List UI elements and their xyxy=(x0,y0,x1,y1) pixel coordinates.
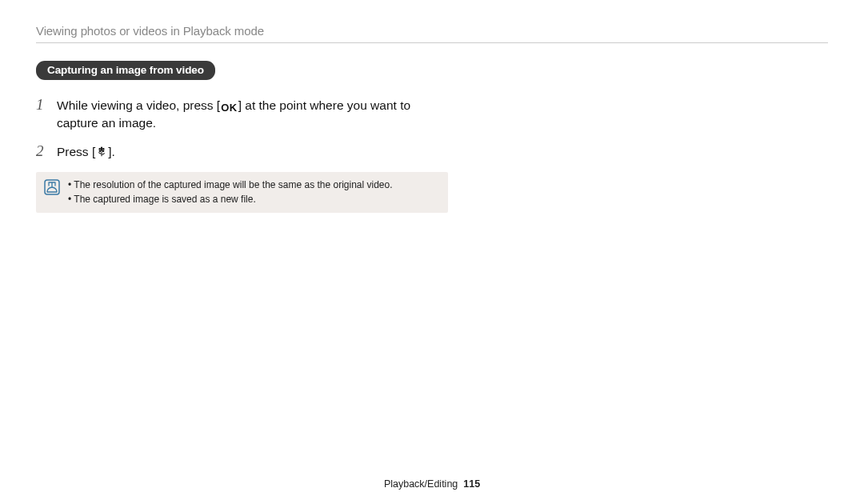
step-item: 1 While viewing a video, press [OK] at t… xyxy=(36,94,448,131)
note-item: The captured image is saved as a new fil… xyxy=(68,193,393,206)
divider xyxy=(36,42,828,43)
step-text-before: Press [ xyxy=(57,145,95,158)
steps-list: 1 While viewing a video, press [OK] at t… xyxy=(36,94,448,162)
step-text: Press [ ]. xyxy=(57,144,448,162)
svg-point-1 xyxy=(101,147,102,150)
page-title: Viewing photos or videos in Playback mod… xyxy=(36,24,828,38)
footer-section: Playback/Editing xyxy=(384,478,458,490)
step-text-after: ]. xyxy=(108,145,115,158)
macro-flower-icon xyxy=(96,146,107,162)
step-number: 2 xyxy=(36,141,47,162)
footer-page-number: 115 xyxy=(463,478,480,490)
step-number: 1 xyxy=(36,94,47,115)
note-list: The resolution of the captured image wil… xyxy=(68,178,393,206)
section-pill: Capturing an image from video xyxy=(36,61,215,80)
note-box: The resolution of the captured image wil… xyxy=(36,172,448,213)
page-footer: Playback/Editing 115 xyxy=(0,478,864,490)
note-item: The resolution of the captured image wil… xyxy=(68,178,393,192)
ok-icon: OK xyxy=(221,101,238,115)
step-item: 2 Press [ ]. xyxy=(36,141,448,162)
step-text-before: While viewing a video, press [ xyxy=(57,98,220,112)
step-text: While viewing a video, press [OK] at the… xyxy=(57,98,448,131)
note-info-icon xyxy=(44,179,60,198)
